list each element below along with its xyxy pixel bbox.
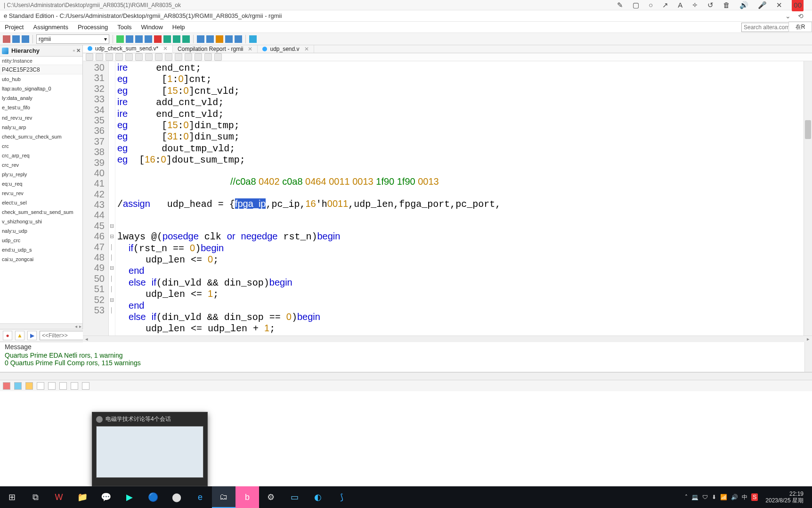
tree-node[interactable]: e_test:u_fifo <box>0 103 82 112</box>
tb-ico-1[interactable] <box>126 35 133 43</box>
video-icon[interactable]: ▶ <box>118 486 141 508</box>
tb-ico-5[interactable] <box>206 35 214 43</box>
ed-tool[interactable] <box>195 53 202 61</box>
system-tray[interactable]: ˄ 💻 🛡 ⬇ 📶 🔊 中 S 22:19 2023/8/25 星期 <box>680 491 812 504</box>
tree-node[interactable]: eq:u_req <box>0 179 82 188</box>
tree-node[interactable]: crc_rev <box>0 160 82 170</box>
status-icon[interactable] <box>14 382 22 390</box>
tb-ico-2[interactable] <box>135 35 143 43</box>
tab-compilation-report[interactable]: Compilation Report - rgmii ✕ <box>173 45 258 53</box>
tree-node[interactable]: ply:u_reply <box>0 170 82 179</box>
play2-icon[interactable] <box>173 35 180 43</box>
ed-tool[interactable] <box>145 53 153 61</box>
code-area[interactable]: ire end_cnt; eg [1:0]cnt; eg [15:0]cnt_v… <box>115 61 804 336</box>
ed-tool[interactable] <box>135 53 143 61</box>
ed-tool[interactable] <box>185 53 192 61</box>
tab-close-icon[interactable]: ✕ <box>163 45 168 52</box>
menu-processing[interactable]: Processing <box>78 24 108 31</box>
redo-icon[interactable] <box>22 35 29 43</box>
tree-node[interactable]: v_shizhong:u_shi <box>0 217 82 226</box>
status-icon[interactable] <box>37 382 44 390</box>
play3-icon[interactable] <box>182 35 190 43</box>
circle-icon[interactable]: ○ <box>649 0 653 10</box>
status-icon[interactable] <box>59 382 67 390</box>
bilibili-icon[interactable]: b <box>235 486 259 508</box>
refresh-icon[interactable]: ⟲ <box>798 10 804 22</box>
menu-window[interactable]: Window <box>141 24 163 31</box>
tree-node[interactable]: ltap:auto_signaltap_0 <box>0 84 82 93</box>
tray-icon[interactable]: 💻 <box>691 494 698 500</box>
square-icon[interactable]: ▢ <box>633 0 639 10</box>
dropdown-icon[interactable]: ⌄ <box>785 10 791 22</box>
editor-vscroll[interactable] <box>804 61 812 336</box>
tree-node[interactable]: check_sum:u_check_sum <box>0 132 82 141</box>
tb-ico-8[interactable] <box>235 35 242 43</box>
tab-udp-send[interactable]: udp_send.v ✕ <box>258 45 314 53</box>
new-icon[interactable] <box>3 35 10 43</box>
message-line[interactable]: 0 Quartus Prime Full Comp rors, 115 warn… <box>0 359 812 367</box>
tree-node[interactable]: udp_crc <box>0 236 82 245</box>
edit-icon[interactable]: ✎ <box>617 0 623 10</box>
error-filter-icon[interactable]: ● <box>3 331 12 340</box>
wechat-icon[interactable]: 💬 <box>94 486 118 508</box>
notes-icon[interactable]: ▭ <box>283 486 306 508</box>
tray-chevron-icon[interactable]: ˄ <box>685 494 688 500</box>
browser-icon[interactable]: ⬤ <box>165 486 188 508</box>
tab-close-icon[interactable]: ✕ <box>304 46 309 52</box>
chrome-icon[interactable]: 🔵 <box>141 486 165 508</box>
menu-project[interactable]: Project <box>5 24 24 31</box>
message-line[interactable]: Quartus Prime EDA Netli rors, 1 warning <box>0 352 812 359</box>
ed-tool[interactable] <box>115 53 123 61</box>
app-icon-active[interactable]: 🗂 <box>212 486 235 508</box>
project-combo[interactable]: rgmii▾ <box>36 34 109 44</box>
taskbar-clock[interactable]: 22:19 2023/8/25 星期 <box>762 491 807 504</box>
tree-node[interactable]: end:u_udp_s <box>0 245 82 254</box>
ed-tool[interactable] <box>204 53 212 61</box>
tree-node[interactable]: naly:u_arp <box>0 123 82 132</box>
fold-gutter[interactable]: ⊟⊟││⊟││⊟│ <box>109 61 115 336</box>
wireshark-icon[interactable]: ⟆ <box>330 486 353 508</box>
tree-node[interactable]: rev:u_rev <box>0 188 82 198</box>
tree-node[interactable]: cai:u_zongcai <box>0 254 82 264</box>
ed-tool[interactable] <box>86 53 93 61</box>
taskbar-preview[interactable]: 电磁学技术讨论等4个会话 <box>92 412 208 486</box>
status-icon[interactable] <box>3 382 10 390</box>
menu-assignments[interactable]: Assignments <box>33 24 68 31</box>
hierarchy-tree[interactable]: uto_hubltap:auto_signaltap_0ly:data_anal… <box>0 74 82 323</box>
trash-icon[interactable]: 🗑 <box>723 0 730 10</box>
tab-udp-check-sum-send[interactable]: udp_check_sum_send.v* ✕ <box>83 45 173 53</box>
tb-ico-7[interactable] <box>225 35 233 43</box>
settings-icon[interactable]: ⚙ <box>259 486 283 508</box>
ed-tool[interactable] <box>165 53 172 61</box>
info-filter-icon[interactable]: ▶ <box>27 331 37 340</box>
text-icon[interactable]: A <box>678 0 682 10</box>
tree-node[interactable]: check_sum_send:u_send_sum <box>0 207 82 217</box>
tb-ico-3[interactable] <box>145 35 152 43</box>
tree-node[interactable]: ly:data_analy <box>0 93 82 103</box>
warning-filter-icon[interactable]: ▲ <box>15 331 24 340</box>
status-icon[interactable] <box>82 382 89 390</box>
menu-help[interactable]: Help <box>172 24 185 31</box>
tree-node[interactable]: nd_rev:u_rev <box>0 113 82 123</box>
ed-tool[interactable] <box>175 53 182 61</box>
highlight-icon[interactable]: ✧ <box>692 0 698 10</box>
mic-icon[interactable]: 🎤 <box>758 0 767 10</box>
taskview-icon[interactable]: ⧉ <box>24 486 47 508</box>
edge-icon[interactable]: e <box>188 486 212 508</box>
ed-tool[interactable] <box>214 53 222 61</box>
tree-node[interactable]: elect:u_sel <box>0 198 82 207</box>
tb-ico-9[interactable] <box>249 35 257 43</box>
explorer-icon[interactable]: 📁 <box>71 486 94 508</box>
tray-icon[interactable]: 🛡 <box>702 494 708 500</box>
tree-node[interactable]: uto_hub <box>0 74 82 84</box>
undo-icon[interactable]: ↺ <box>707 0 714 10</box>
tab-close-icon[interactable]: ✕ <box>248 46 252 52</box>
tray-ime-icon[interactable]: 中 <box>742 493 747 501</box>
ed-tool[interactable] <box>96 53 103 61</box>
tb-ico-6[interactable] <box>216 35 223 43</box>
tree-hscroll[interactable]: ◂▸ <box>0 323 82 329</box>
editor-hscroll[interactable]: ◂▸ <box>83 336 812 342</box>
tree-node[interactable]: crc_arp_req <box>0 151 82 160</box>
ed-tool[interactable] <box>125 53 133 61</box>
start-button[interactable]: ⊞ <box>0 486 24 508</box>
